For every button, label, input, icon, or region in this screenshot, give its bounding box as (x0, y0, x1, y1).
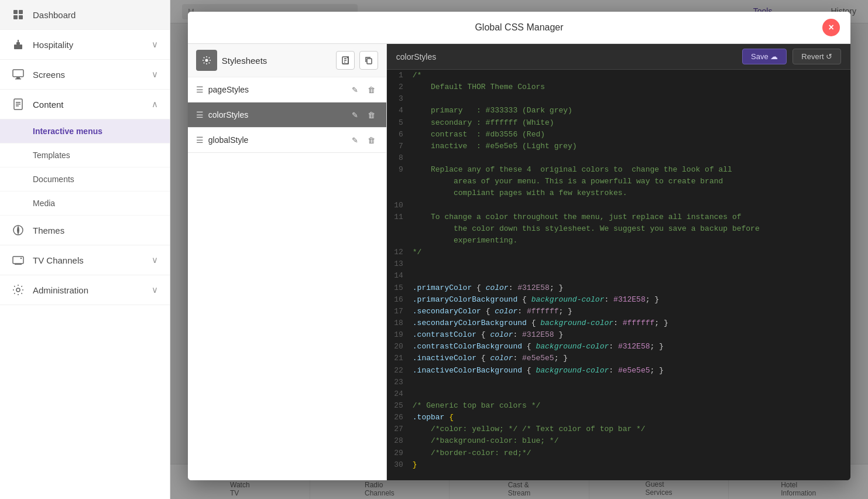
modal-title: Global CSS Manager (216, 22, 822, 33)
delete-globalStyle-icon[interactable]: 🗑 (365, 134, 378, 146)
code-line-13: 13 (387, 258, 850, 270)
sidebar-item-dashboard-label: Dashboard (33, 10, 76, 20)
svg-rect-15 (13, 257, 23, 264)
stylesheets-header: Stylesheets (188, 44, 386, 77)
code-line-29: 29 /*border-color: red;*/ (387, 447, 850, 459)
sidebar-item-administration[interactable]: Administration ∨ (0, 275, 170, 305)
stylesheet-name-pageStyles: pageStyles (208, 85, 344, 94)
administration-chevron-icon: ∨ (152, 285, 158, 295)
svg-rect-3 (19, 15, 23, 19)
code-line-11b: the color down this stylesheet. We sugge… (387, 223, 850, 235)
screens-chevron-icon: ∨ (152, 69, 158, 80)
editor-filename: colorStyles (396, 52, 736, 61)
pageStyles-actions: ✎ 🗑 (349, 83, 378, 96)
sidebar-item-themes[interactable]: Themes (0, 216, 170, 245)
colorStyles-actions: ✎ 🗑 (349, 108, 378, 121)
code-line-10: 10 (387, 200, 850, 211)
copy-stylesheet-button[interactable] (359, 51, 378, 70)
svg-rect-0 (13, 10, 18, 14)
delete-pageStyles-icon[interactable]: 🗑 (365, 83, 378, 96)
code-line-3: 3 (387, 93, 850, 105)
svg-rect-7 (13, 70, 23, 77)
code-line-23: 23 (387, 377, 850, 388)
edit-globalStyle-icon[interactable]: ✎ (349, 134, 362, 146)
edit-pageStyles-icon[interactable]: ✎ (349, 83, 362, 96)
code-line-24: 24 (387, 388, 850, 400)
stylesheets-panel: Stylesheets ☰ pageStyles ✎ (188, 44, 387, 480)
stylesheet-item-pageStyles[interactable]: ☰ pageStyles ✎ 🗑 (188, 77, 386, 102)
sidebar-item-hospitality[interactable]: Hospitality ∨ (0, 30, 170, 60)
sidebar: Dashboard Hospitality ∨ Screens ∨ Conten… (0, 0, 170, 499)
sidebar-item-tv-channels[interactable]: TV Channels ∨ (0, 245, 170, 275)
tv-channels-chevron-icon: ∨ (152, 255, 158, 265)
hospitality-icon (12, 38, 25, 51)
code-line-14: 14 (387, 270, 850, 282)
edit-colorStyles-icon[interactable]: ✎ (349, 108, 362, 121)
code-line-2: 2 Default THOR Theme Colors (387, 81, 850, 93)
file-icon-colorStyles: ☰ (196, 110, 204, 119)
code-line-9b: areas of your menu. This is a powerfull … (387, 176, 850, 187)
svg-point-17 (20, 258, 22, 259)
svg-rect-12 (16, 104, 20, 105)
sidebar-sub-item-media[interactable]: Media (0, 192, 170, 216)
code-editor-panel: colorStyles Save ☁ Revert ↺ 1 /* 2 (387, 44, 850, 480)
code-line-11c: experimenting. (387, 235, 850, 247)
new-stylesheet-button[interactable] (336, 51, 355, 70)
code-line-9c: compliant pages with a few keystrokes. (387, 187, 850, 199)
svg-rect-13 (16, 105, 19, 107)
content-chevron-icon: ∧ (152, 99, 158, 110)
code-line-11a: 11 To change a color throughout the menu… (387, 211, 850, 223)
sidebar-item-content[interactable]: Content ∧ (0, 90, 170, 119)
code-editor[interactable]: 1 /* 2 Default THOR Theme Colors 3 (387, 70, 850, 480)
modal-close-button[interactable]: × (822, 19, 840, 36)
sidebar-item-screens[interactable]: Screens ∨ (0, 60, 170, 90)
sidebar-item-content-label: Content (33, 100, 64, 110)
sidebar-sub-item-templates[interactable]: Templates (0, 143, 170, 168)
sidebar-item-tv-channels-label: TV Channels (33, 255, 84, 265)
code-line-25: 25 /* Generic top bar colors */ (387, 400, 850, 412)
media-label: Media (33, 199, 55, 208)
file-icon-pageStyles: ☰ (196, 85, 204, 94)
revert-button[interactable]: Revert ↺ (792, 49, 841, 64)
css-manager-modal: Global CSS Manager × Stylesheets (188, 12, 850, 480)
settings-icon (196, 50, 217, 71)
stylesheet-name-colorStyles: colorStyles (208, 110, 344, 119)
svg-rect-6 (18, 40, 19, 42)
stylesheet-name-globalStyle: globalStyle (208, 135, 344, 145)
code-line-26: 26 .topbar { (387, 412, 850, 423)
file-icon-globalStyle: ☰ (196, 135, 204, 145)
svg-rect-5 (16, 42, 20, 45)
code-line-22: 22 .inactiveColorBackground { background… (387, 365, 850, 377)
stylesheet-item-colorStyles[interactable]: ☰ colorStyles ✎ 🗑 (188, 102, 386, 128)
sidebar-item-hospitality-label: Hospitality (33, 40, 73, 50)
close-icon: × (829, 22, 834, 33)
sidebar-sub-item-interactive-menus[interactable]: Interactive menus (0, 119, 170, 143)
svg-rect-8 (16, 77, 20, 78)
code-line-6: 6 contrast : #db3556 (Red) (387, 129, 850, 141)
save-button[interactable]: Save ☁ (742, 49, 787, 64)
interactive-menus-label: Interactive menus (33, 127, 102, 136)
svg-rect-4 (14, 45, 22, 49)
sidebar-item-dashboard[interactable]: Dashboard (0, 0, 170, 30)
documents-label: Documents (33, 175, 74, 184)
svg-rect-2 (13, 15, 18, 19)
stylesheet-item-globalStyle[interactable]: ☰ globalStyle ✎ 🗑 (188, 128, 386, 153)
code-line-7: 7 inactive : #e5e5e5 (Light grey) (387, 141, 850, 152)
code-line-19: 19 .contrastColor { color: #312E58 } (387, 329, 850, 341)
hospitality-chevron-icon: ∨ (152, 39, 158, 50)
administration-icon (12, 283, 25, 296)
dashboard-icon (12, 8, 25, 21)
code-line-18: 18 .secondaryColorBackground { backgroun… (387, 317, 850, 329)
delete-colorStyles-icon[interactable]: 🗑 (365, 108, 378, 121)
svg-point-19 (205, 59, 208, 62)
themes-icon (12, 224, 25, 237)
code-line-27: 27 /*color: yellow; */ /* Text color of … (387, 423, 850, 435)
sidebar-item-themes-label: Themes (33, 225, 64, 235)
sidebar-item-administration-label: Administration (33, 285, 88, 295)
sidebar-sub-item-documents[interactable]: Documents (0, 168, 170, 192)
globalStyle-actions: ✎ 🗑 (349, 134, 378, 146)
svg-rect-11 (16, 102, 20, 103)
modal-header: Global CSS Manager × (188, 12, 850, 44)
code-line-17: 17 .secondaryColor { color: #ffffff; } (387, 306, 850, 317)
code-line-16: 16 .primaryColorBackground { background-… (387, 294, 850, 306)
